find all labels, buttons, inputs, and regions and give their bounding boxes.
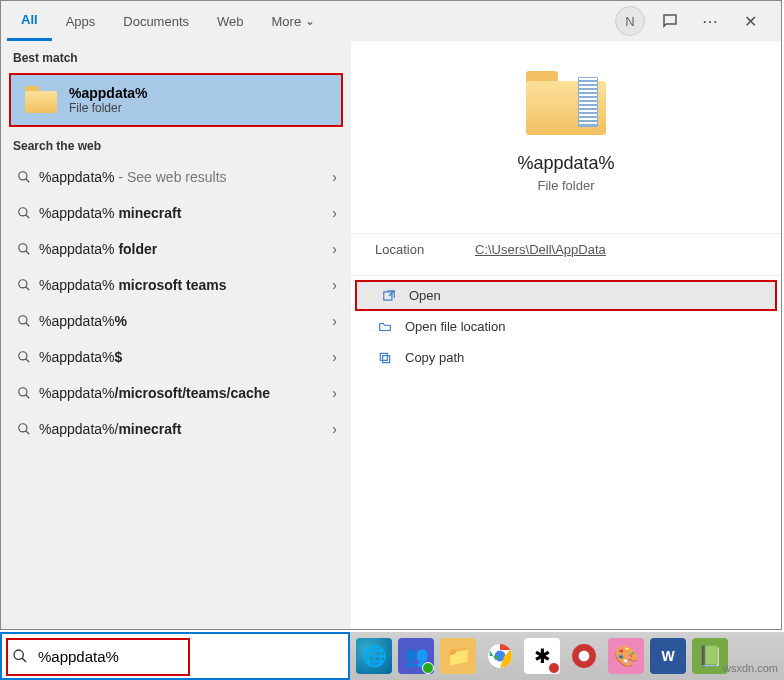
web-result-item[interactable]: %appdata%$› [1,339,351,375]
svg-point-3 [19,280,27,288]
svg-point-1 [19,208,27,216]
open-file-location-action[interactable]: Open file location [351,311,781,342]
search-input[interactable] [38,648,348,665]
web-result-text: %appdata%/minecraft [39,421,332,437]
search-icon [15,386,33,400]
web-result-text: %appdata% folder [39,241,332,257]
header-right: N ⋯ ✕ [615,6,775,36]
web-result-text: %appdata% minecraft [39,205,332,221]
paint-icon[interactable]: 🎨 [608,638,644,674]
tab-web[interactable]: Web [203,1,258,41]
web-result-item[interactable]: %appdata%%› [1,303,351,339]
close-icon[interactable]: ✕ [735,6,765,36]
web-result-text: %appdata% microsoft teams [39,277,332,293]
svg-point-0 [19,172,27,180]
taskbar: 🌐 👥 📁 ✱ 🎨 W 📗 [350,632,784,680]
best-match-result[interactable]: %appdata% File folder [9,73,343,127]
search-icon [15,422,33,436]
svg-point-5 [19,352,27,360]
search-icon [15,350,33,364]
chevron-right-icon: › [332,421,337,437]
web-result-item[interactable]: %appdata% minecraft› [1,195,351,231]
search-bar[interactable] [0,632,350,680]
open-icon [379,289,399,303]
search-window: All Apps Documents Web More N ⋯ ✕ Best m… [0,0,782,630]
best-match-label: Best match [1,41,351,71]
body: Best match %appdata% File folder Search … [1,41,781,629]
svg-point-6 [19,388,27,396]
chevron-right-icon: › [332,385,337,401]
chevron-right-icon: › [332,169,337,185]
location-value[interactable]: C:\Users\Dell\AppData [475,242,606,257]
preview-panel: %appdata% File folder Location C:\Users\… [351,41,781,629]
svg-rect-9 [383,355,390,362]
chrome-icon[interactable] [482,638,518,674]
web-result-item[interactable]: %appdata% microsoft teams› [1,267,351,303]
tab-documents[interactable]: Documents [109,1,203,41]
tab-more[interactable]: More [258,1,330,41]
svg-rect-8 [384,291,392,299]
best-match-subtitle: File folder [69,101,148,115]
search-icon [15,314,33,328]
web-result-item[interactable]: %appdata%/microsoft/teams/cache› [1,375,351,411]
copy-path-label: Copy path [405,350,464,365]
chevron-right-icon: › [332,349,337,365]
actions-list: Open Open file location Copy path [351,275,781,377]
copy-path-action[interactable]: Copy path [351,342,781,373]
web-results-list: %appdata% - See web results›%appdata% mi… [1,159,351,447]
web-result-item[interactable]: %appdata%/minecraft› [1,411,351,447]
open-file-location-label: Open file location [405,319,505,334]
chevron-right-icon: › [332,205,337,221]
svg-point-11 [14,650,23,659]
search-icon [15,206,33,220]
file-explorer-icon[interactable]: 📁 [440,638,476,674]
preview-subtitle: File folder [351,178,781,193]
best-match-text: %appdata% File folder [69,85,148,115]
watermark: wsxdn.com [723,662,778,674]
tab-apps[interactable]: Apps [52,1,110,41]
open-label: Open [409,288,441,303]
search-icon [15,278,33,292]
chevron-right-icon: › [332,313,337,329]
web-result-text: %appdata%% [39,313,332,329]
open-action[interactable]: Open [355,280,777,311]
results-panel: Best match %appdata% File folder Search … [1,41,351,629]
svg-point-2 [19,244,27,252]
user-avatar[interactable]: N [615,6,645,36]
teams-icon[interactable]: 👥 [398,638,434,674]
search-icon [2,648,38,664]
location-row: Location C:\Users\Dell\AppData [351,233,781,265]
slack-icon[interactable]: ✱ [524,638,560,674]
chevron-right-icon: › [332,241,337,257]
folder-icon [25,86,57,114]
chevron-right-icon: › [332,277,337,293]
web-result-text: %appdata%$ [39,349,332,365]
tab-all[interactable]: All [7,1,52,41]
feedback-icon[interactable] [655,6,685,36]
location-label: Location [375,242,475,257]
edge-icon[interactable]: 🌐 [356,638,392,674]
folder-icon-large [526,71,606,135]
preview-title: %appdata% [351,153,781,174]
folder-open-icon [375,320,395,334]
svg-point-4 [19,316,27,324]
best-match-title: %appdata% [69,85,148,101]
copy-icon [375,351,395,365]
svg-point-7 [19,424,27,432]
svg-rect-10 [380,353,387,360]
search-icon [15,242,33,256]
more-icon[interactable]: ⋯ [695,6,725,36]
tab-bar: All Apps Documents Web More N ⋯ ✕ [1,1,781,41]
chrome-canary-icon[interactable] [566,638,602,674]
web-result-text: %appdata% - See web results [39,169,332,185]
search-web-label: Search the web [1,129,351,159]
search-icon [15,170,33,184]
svg-point-15 [579,651,590,662]
web-result-text: %appdata%/microsoft/teams/cache [39,385,332,401]
web-result-item[interactable]: %appdata% folder› [1,231,351,267]
web-result-item[interactable]: %appdata% - See web results› [1,159,351,195]
word-icon[interactable]: W [650,638,686,674]
